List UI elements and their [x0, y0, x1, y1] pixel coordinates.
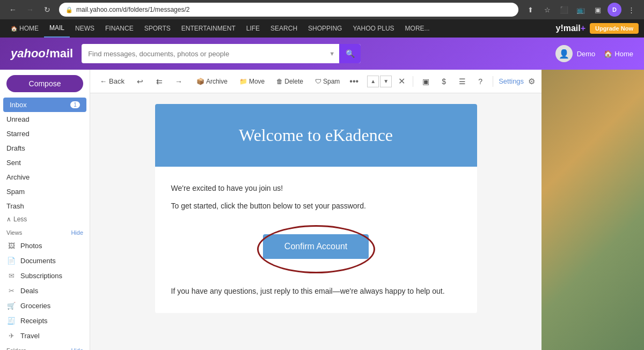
nav-item-sports[interactable]: SPORTS: [139, 19, 176, 38]
chrome-nav-buttons: ← → ↻: [5, 2, 55, 17]
email-body-container: Welcome to eKadence We're excited to hav…: [90, 93, 541, 350]
sidebar-item-unread[interactable]: Unread: [0, 112, 90, 126]
compose-button[interactable]: Compose: [6, 75, 83, 92]
settings-link[interactable]: Settings: [499, 77, 524, 85]
header-right: 👤 Demo 🏠 Home: [555, 45, 633, 62]
nav-item-mail[interactable]: MAIL: [44, 19, 70, 38]
photos-icon: 🖼: [6, 241, 16, 250]
extensions-icon[interactable]: ⬛: [557, 3, 571, 17]
subscriptions-icon: ✉: [6, 271, 16, 280]
unread-label: Unread: [6, 115, 30, 123]
nav-item-news[interactable]: NEWS: [70, 19, 100, 38]
sidebar-item-spam[interactable]: Spam: [0, 184, 90, 199]
nav-item-more[interactable]: MORE...: [400, 19, 435, 38]
search-bar: ▼ 🔍: [82, 44, 361, 63]
sidebar-item-subscriptions[interactable]: ✉ Subscriptions: [0, 268, 90, 283]
chrome-share-button[interactable]: ⬆: [523, 2, 538, 17]
sidebar-item-photos[interactable]: 🖼 Photos: [0, 238, 90, 253]
reply-all-button[interactable]: ⇇: [152, 75, 166, 88]
delete-button[interactable]: 🗑 Delete: [272, 76, 308, 87]
reading-pane-icon[interactable]: ▣: [419, 75, 433, 88]
email-body-text: We're excited to have you join us! To ge…: [155, 167, 477, 224]
chrome-forward-button[interactable]: →: [23, 2, 38, 17]
chrome-menu-button[interactable]: ⋮: [624, 2, 639, 17]
next-message-button[interactable]: ▼: [380, 76, 392, 87]
back-button[interactable]: ← Back: [97, 75, 128, 87]
sidebar-item-travel[interactable]: ✈ Travel: [0, 328, 90, 343]
more-button[interactable]: •••: [347, 77, 361, 86]
chrome-sidebar-button[interactable]: ▣: [590, 2, 605, 17]
trash-label: Trash: [6, 202, 24, 210]
home-label: Home: [614, 50, 633, 58]
views-hide-button[interactable]: Hide: [71, 229, 83, 236]
email-toolbar: ← Back ↩ ⇇ → 📦 Archive 📁 Move 🗑 De: [90, 70, 541, 93]
sidebar-item-archive[interactable]: Archive: [0, 170, 90, 184]
confirm-account-button[interactable]: Confirm Account: [263, 234, 369, 259]
user-area[interactable]: 👤 Demo: [555, 45, 596, 62]
toolbar-left: ← Back ↩ ⇇ →: [97, 75, 186, 88]
sidebar-item-receipts[interactable]: 🧾 Receipts: [0, 313, 90, 328]
email-banner: Welcome to eKadence: [155, 104, 477, 167]
sidebar-item-groceries[interactable]: 🛒 Groceries: [0, 298, 90, 313]
back-label: Back: [109, 77, 125, 85]
subscriptions-label: Subscriptions: [20, 272, 62, 280]
sidebar-item-starred[interactable]: Starred: [0, 126, 90, 141]
sidebar-item-drafts[interactable]: Drafts: [0, 141, 90, 155]
prev-message-button[interactable]: ▲: [367, 76, 379, 87]
upgrade-button[interactable]: Upgrade Now: [590, 23, 639, 34]
home-nav-icon: 🏠: [11, 26, 17, 32]
lock-icon: 🔒: [65, 6, 73, 13]
chrome-address-bar[interactable]: 🔒 mail.yahoo.com/d/folders/1/messages/2: [59, 3, 518, 17]
main-layout: Compose Inbox 1 Unread Starred Drafts: [0, 70, 644, 350]
sidebar-nav: Inbox 1 Unread Starred Drafts Sent Arc: [0, 98, 90, 350]
chrome-reload-button[interactable]: ↻: [40, 2, 55, 17]
yahoo-mail-logo[interactable]: yahoo!mail: [11, 47, 73, 61]
gear-icon[interactable]: ⚙: [528, 77, 535, 86]
archive-button[interactable]: 📦 Archive: [192, 76, 232, 87]
chrome-bookmark-button[interactable]: ☆: [540, 2, 555, 17]
less-button[interactable]: ∧ Less: [0, 213, 90, 225]
nav-item-search[interactable]: SEARCH: [265, 19, 303, 38]
groceries-icon: 🛒: [6, 301, 16, 310]
nav-item-entertainment[interactable]: ENTERTAINMENT: [176, 19, 241, 38]
nav-item-shopping[interactable]: SHOPPING: [303, 19, 347, 38]
nav-item-life[interactable]: LIFE: [241, 19, 265, 38]
spam-label: Spam: [6, 188, 25, 196]
chrome-profile-button[interactable]: D: [608, 3, 621, 17]
list-icon[interactable]: ☰: [455, 75, 469, 88]
chrome-cast-button[interactable]: 📺: [573, 2, 588, 17]
starred-label: Starred: [6, 130, 30, 138]
help-icon[interactable]: ?: [473, 75, 487, 88]
sidebar-item-sent[interactable]: Sent: [0, 155, 90, 170]
close-button[interactable]: ✕: [396, 74, 407, 88]
archive-icon: 📦: [196, 78, 204, 85]
travel-label: Travel: [20, 332, 40, 340]
receipts-icon: 🧾: [6, 316, 16, 325]
folders-hide-button[interactable]: Hide: [71, 347, 83, 350]
yahoo-mail-header: yahoo!mail ▼ 🔍 👤 Demo 🏠 Home: [0, 38, 644, 70]
views-label: Views: [6, 229, 22, 236]
archive-label: Archive: [6, 173, 30, 181]
delete-label: Delete: [284, 78, 303, 85]
sidebar-item-trash[interactable]: Trash: [0, 199, 90, 213]
email-footer-text: If you have any questions, just reply to…: [171, 286, 461, 297]
folders-section-title: Folders Hide: [0, 343, 90, 350]
search-input[interactable]: [88, 50, 325, 58]
reply-button[interactable]: ↩: [133, 75, 147, 88]
search-chevron-icon[interactable]: ▼: [329, 50, 335, 57]
nav-item-yahoo-plus[interactable]: YAHOO PLUS: [347, 19, 399, 38]
search-button[interactable]: 🔍: [339, 44, 361, 63]
home-button[interactable]: 🏠 Home: [604, 50, 633, 58]
move-button[interactable]: 📁 Move: [235, 76, 269, 87]
forward-button[interactable]: →: [172, 75, 186, 88]
sidebar-item-documents[interactable]: 📄 Documents: [0, 253, 90, 268]
chrome-back-button[interactable]: ←: [5, 2, 20, 17]
nav-item-home[interactable]: 🏠 HOME: [5, 19, 44, 38]
email-area: ← Back ↩ ⇇ → 📦 Archive 📁 Move 🗑 De: [90, 70, 541, 350]
dollar-icon[interactable]: $: [437, 75, 451, 88]
sidebar-item-deals[interactable]: ✂ Deals: [0, 283, 90, 298]
spam-button[interactable]: 🛡 Spam: [311, 76, 344, 87]
drafts-label: Drafts: [6, 144, 25, 152]
nav-item-finance[interactable]: FINANCE: [100, 19, 139, 38]
sidebar-item-inbox[interactable]: Inbox 1: [3, 98, 86, 112]
